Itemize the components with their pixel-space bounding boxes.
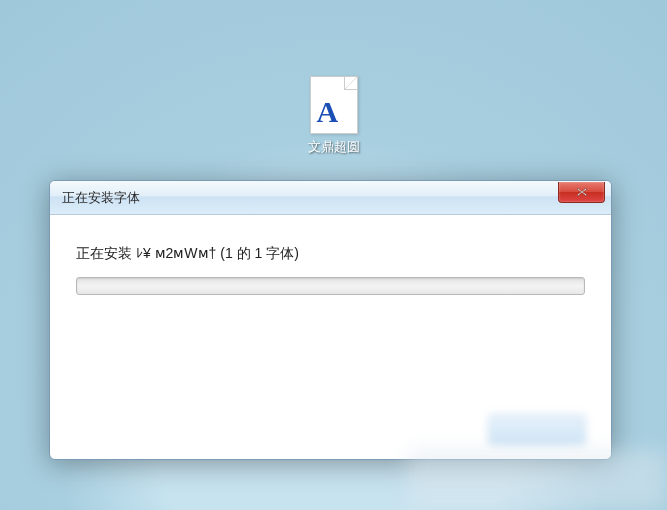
close-icon bbox=[576, 187, 588, 197]
desktop-icon-label: 文鼎超圆 bbox=[308, 138, 360, 156]
font-file-thumb: A bbox=[310, 76, 358, 134]
dialog-title: 正在安装字体 bbox=[62, 189, 140, 207]
desktop-font-file[interactable]: A 文鼎超圆 bbox=[308, 76, 360, 156]
progress-bar bbox=[76, 277, 585, 295]
install-status-text: 正在安装 ﾚ¥ ᴍ2ᴍWᴍ† (1 的 1 字体) bbox=[76, 245, 585, 263]
font-glyph: A bbox=[317, 97, 339, 127]
dialog-titlebar[interactable]: 正在安装字体 bbox=[50, 181, 611, 215]
dialog-action-button[interactable] bbox=[489, 415, 585, 445]
install-font-dialog: 正在安装字体 正在安装 ﾚ¥ ᴍ2ᴍWᴍ† (1 的 1 字体) bbox=[49, 180, 612, 460]
dialog-body: 正在安装 ﾚ¥ ᴍ2ᴍWᴍ† (1 的 1 字体) bbox=[50, 215, 611, 459]
blurred-region bbox=[407, 450, 667, 510]
dialog-footer bbox=[76, 415, 585, 445]
close-button[interactable] bbox=[558, 182, 605, 203]
